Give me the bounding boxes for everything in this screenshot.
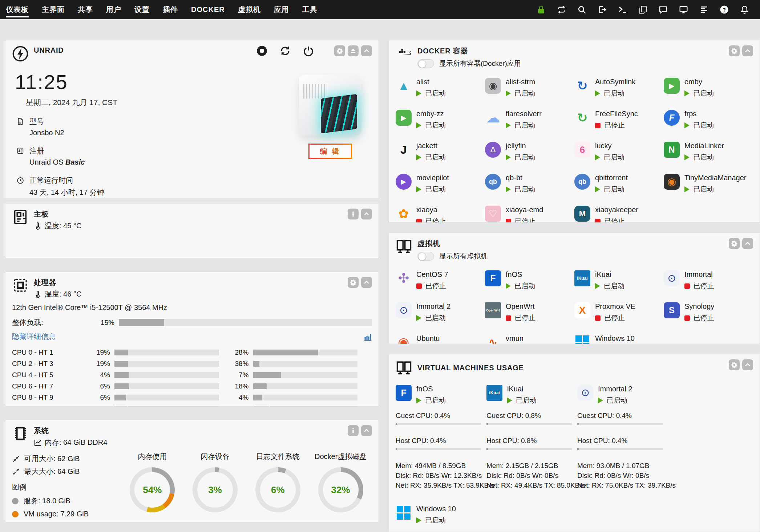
app-item[interactable]: N MediaLinker 已启动: [664, 142, 753, 162]
app-item[interactable]: J jackett 已启动: [396, 142, 485, 162]
terminal-icon[interactable]: [618, 5, 627, 14]
app-item[interactable]: F frps 已启动: [664, 110, 753, 130]
collapse-button[interactable]: [742, 359, 753, 370]
clone-icon[interactable]: [638, 5, 647, 14]
edit-button[interactable]: 编 辑: [308, 144, 352, 159]
app-name[interactable]: TinyMediaManager: [684, 174, 746, 182]
vm-name[interactable]: fnOS: [416, 385, 446, 393]
nav-item[interactable]: 主界面: [42, 0, 65, 19]
app-item[interactable]: OpenWrt OpenWrt 已停止: [485, 302, 574, 323]
app-item[interactable]: ◉ Ubuntu 已停止: [396, 334, 485, 344]
app-name[interactable]: Immortal 2: [416, 302, 450, 311]
vm-name[interactable]: Windows 10: [416, 505, 456, 513]
app-item[interactable]: M xiaoyakeeper 已停止: [574, 206, 664, 223]
sign-out-icon[interactable]: [598, 5, 607, 14]
app-item[interactable]: Windows 10 已启动: [574, 334, 664, 344]
app-item[interactable]: iKuai iKuai 已启动: [574, 270, 664, 291]
app-name[interactable]: moviepilot: [416, 174, 449, 182]
app-name[interactable]: jackett: [416, 142, 446, 150]
app-item[interactable]: ⊙ Immortal 2 已启动: [396, 302, 485, 323]
app-item[interactable]: ✣ CentOS 7 已停止: [396, 270, 485, 291]
app-name[interactable]: OpenWrt: [506, 302, 535, 311]
gear-button[interactable]: [729, 45, 740, 56]
app-name[interactable]: emby-zz: [416, 110, 446, 118]
app-name[interactable]: Immortal: [684, 270, 714, 279]
vm-name[interactable]: Immortal 2: [598, 385, 632, 393]
app-name[interactable]: alist-strm: [506, 78, 535, 86]
app-item[interactable]: ◉ TinyMediaManager 已启动: [664, 174, 753, 194]
app-name[interactable]: Ubuntu: [416, 334, 446, 343]
array-stop-button[interactable]: [256, 45, 267, 56]
app-item[interactable]: X Proxmox VE 已停止: [574, 302, 664, 323]
lock-icon[interactable]: [537, 5, 546, 14]
app-name[interactable]: jellyfin: [506, 142, 535, 150]
search-icon[interactable]: [577, 5, 586, 14]
app-item[interactable]: qb qb-bt 已启动: [485, 174, 574, 194]
vm-item[interactable]: F fnOS 已启动: [396, 385, 486, 405]
collapse-button[interactable]: [361, 277, 372, 288]
app-name[interactable]: qbittorrent: [595, 174, 628, 182]
collapse-button[interactable]: [361, 209, 372, 219]
app-item[interactable]: ⊙ Immortal 已停止: [664, 270, 753, 291]
app-name[interactable]: iKuai: [595, 270, 624, 279]
vm-item[interactable]: iKuai iKuai 已启动: [486, 385, 577, 405]
app-item[interactable]: ◉ alist-strm 已启动: [485, 78, 574, 98]
display-icon[interactable]: [679, 5, 688, 14]
show-all-containers-toggle[interactable]: [417, 59, 434, 68]
shutdown-button[interactable]: [303, 45, 314, 56]
app-item[interactable]: ☁ flaresolverr 已启动: [485, 110, 574, 130]
app-name[interactable]: xiaoya: [416, 206, 446, 214]
collapse-button[interactable]: [742, 45, 753, 56]
app-name[interactable]: lucky: [595, 142, 624, 150]
app-name[interactable]: fnOS: [506, 270, 535, 279]
vm-item[interactable]: ⊙ Immortal 2 已启动: [577, 385, 668, 405]
app-item[interactable]: F fnOS 已启动: [485, 270, 574, 291]
vm-name[interactable]: iKuai: [507, 385, 537, 393]
nav-item[interactable]: 设置: [134, 0, 150, 19]
app-item[interactable]: S Synology 已停止: [664, 302, 753, 323]
app-item[interactable]: ↻ FreeFileSync 已停止: [574, 110, 664, 130]
collapse-button[interactable]: [361, 45, 372, 56]
repeat-icon[interactable]: [557, 5, 566, 14]
app-name[interactable]: emby: [684, 78, 714, 86]
eject-button[interactable]: [348, 45, 359, 56]
nav-item[interactable]: 共享: [78, 0, 93, 19]
show-all-vms-toggle[interactable]: [417, 252, 434, 261]
nav-item[interactable]: 虚拟机: [238, 0, 261, 19]
nav-item[interactable]: 应用: [274, 0, 289, 19]
app-item[interactable]: ▲ alist 已启动: [396, 78, 485, 98]
app-name[interactable]: Proxmox VE: [595, 302, 635, 311]
app-name[interactable]: alist: [416, 78, 446, 86]
app-name[interactable]: CentOS 7: [416, 270, 448, 279]
hide-details-link[interactable]: 隐藏详细信息: [12, 332, 56, 342]
app-item[interactable]: ∿ vmun 已停止: [485, 334, 574, 344]
app-item[interactable]: ▶ emby 已启动: [664, 78, 753, 98]
app-item[interactable]: ↻ AutoSymlink 已启动: [574, 78, 664, 98]
nav-item[interactable]: DOCKER: [191, 0, 225, 19]
app-name[interactable]: Synology: [684, 302, 714, 311]
comment-icon[interactable]: [659, 5, 668, 14]
help-icon[interactable]: ?: [720, 5, 729, 14]
app-item[interactable]: ▶ moviepilot 已启动: [396, 174, 485, 194]
reboot-button[interactable]: [280, 45, 291, 56]
app-item[interactable]: ▶ emby-zz 已启动: [396, 110, 485, 130]
app-item[interactable]: ✿ xiaoya 已停止: [396, 206, 485, 223]
gear-button[interactable]: [729, 238, 740, 249]
app-name[interactable]: frps: [684, 110, 714, 118]
app-item[interactable]: qb qbittorrent 已启动: [574, 174, 664, 194]
app-name[interactable]: MediaLinker: [684, 142, 724, 150]
bar-chart-icon[interactable]: [363, 332, 372, 341]
app-name[interactable]: vmun: [506, 334, 535, 343]
app-name[interactable]: Windows 10: [595, 334, 635, 343]
gear-button[interactable]: [348, 277, 359, 288]
list-icon[interactable]: [699, 5, 708, 14]
nav-item[interactable]: 仪表板: [6, 0, 29, 19]
vm-item[interactable]: Windows 10 已启动: [396, 505, 486, 525]
info-button[interactable]: [348, 209, 359, 219]
app-item[interactable]: ♡ xiaoya-emd 已停止: [485, 206, 574, 223]
app-item[interactable]: Δ jellyfin 已启动: [485, 142, 574, 162]
app-name[interactable]: xiaoyakeeper: [595, 206, 638, 214]
nav-item[interactable]: 插件: [163, 0, 178, 19]
gear-button[interactable]: [729, 359, 740, 370]
collapse-button[interactable]: [361, 425, 372, 436]
